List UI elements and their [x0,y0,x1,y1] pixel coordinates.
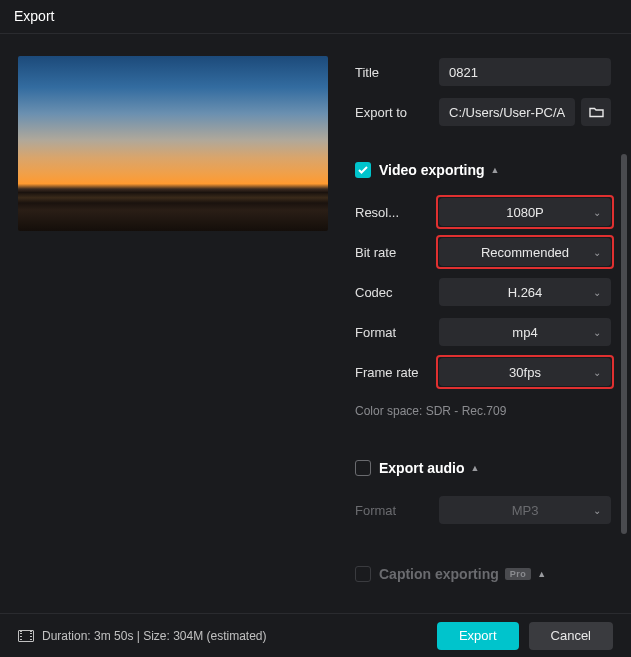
chevron-down-icon: ⌄ [593,367,601,378]
audio-format-value: MP3 [512,503,539,518]
export-audio-section-title: Export audio [379,460,465,476]
video-preview-thumbnail [18,56,328,231]
codec-value: H.264 [508,285,543,300]
audio-format-select: MP3 ⌄ [439,496,611,524]
caption-exporting-section-title: Caption exporting [379,566,499,582]
export-button[interactable]: Export [437,622,519,650]
window-title: Export [0,0,631,34]
codec-select[interactable]: H.264 ⌄ [439,278,611,306]
collapse-icon: ▲ [537,569,546,579]
bitrate-highlight: Recommended ⌄ [436,235,614,269]
codec-label: Codec [355,285,435,300]
caption-exporting-checkbox [355,566,371,582]
chevron-down-icon: ⌄ [593,505,601,516]
format-value: mp4 [512,325,537,340]
export-path-input[interactable] [439,98,575,126]
title-label: Title [355,65,435,80]
footer-info-text: Duration: 3m 50s | Size: 304M (estimated… [42,629,267,643]
bitrate-value: Recommended [481,245,569,260]
collapse-icon[interactable]: ▲ [491,165,500,175]
export-audio-checkbox[interactable] [355,460,371,476]
film-icon [18,630,34,642]
browse-folder-button[interactable] [581,98,611,126]
resolution-label: Resol... [355,205,435,220]
chevron-down-icon: ⌄ [593,327,601,338]
title-input[interactable] [439,58,611,86]
video-exporting-checkbox[interactable] [355,162,371,178]
framerate-value: 30fps [509,365,541,380]
framerate-highlight: 30fps ⌄ [436,355,614,389]
chevron-down-icon: ⌄ [593,247,601,258]
settings-scrollbar[interactable] [621,154,627,534]
collapse-icon[interactable]: ▲ [471,463,480,473]
resolution-select[interactable]: 1080P ⌄ [439,198,611,226]
audio-format-label: Format [355,503,435,518]
cancel-button[interactable]: Cancel [529,622,613,650]
resolution-highlight: 1080P ⌄ [436,195,614,229]
color-space-info: Color space: SDR - Rec.709 [355,404,611,418]
framerate-select[interactable]: 30fps ⌄ [439,358,611,386]
folder-icon [589,106,604,118]
chevron-down-icon: ⌄ [593,207,601,218]
check-icon [358,166,368,174]
video-exporting-section-title: Video exporting [379,162,485,178]
bitrate-label: Bit rate [355,245,435,260]
format-label: Format [355,325,435,340]
resolution-value: 1080P [506,205,544,220]
framerate-label: Frame rate [355,365,435,380]
format-select[interactable]: mp4 ⌄ [439,318,611,346]
bitrate-select[interactable]: Recommended ⌄ [439,238,611,266]
export-path-label: Export to [355,105,435,120]
pro-badge: Pro [505,568,532,580]
chevron-down-icon: ⌄ [593,287,601,298]
